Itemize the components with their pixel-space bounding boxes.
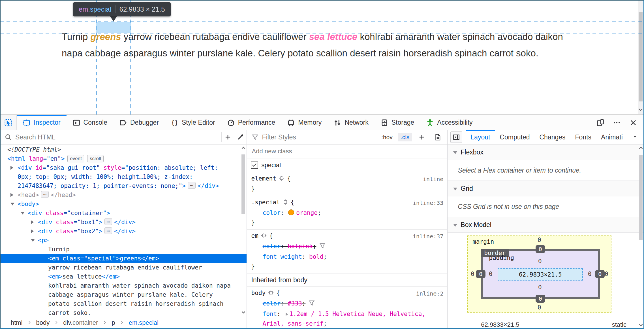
margin-bottom-value[interactable]: 0: [538, 304, 541, 311]
sidebar-scrollbar-thumb[interactable]: [639, 155, 643, 240]
markup-row[interactable]: <div id="saka-gui-root" style="position:…: [0, 163, 247, 190]
property-value[interactable]: hotpink: [288, 243, 313, 250]
markup-row[interactable]: kohlrabi amaranth water spinach avocado …: [0, 281, 247, 316]
collapse-twisty-icon[interactable]: [10, 203, 14, 205]
margin-top-value[interactable]: 0: [538, 237, 541, 243]
markup-scrollbar-thumb[interactable]: [241, 154, 245, 214]
page-scrollbar[interactable]: [638, 0, 643, 114]
scroll-up-icon[interactable]: [240, 145, 247, 151]
expand-twisty-icon[interactable]: [31, 220, 34, 224]
padding-right-value[interactable]: 0: [588, 271, 592, 277]
rule-source-link[interactable]: inline:37: [413, 232, 443, 241]
rule-source-link[interactable]: inline:33: [413, 198, 443, 208]
markup-row[interactable]: <!DOCTYPE html>: [0, 145, 247, 154]
border-right-value[interactable]: 0: [595, 270, 605, 278]
sidebar-tab-fonts[interactable]: Fonts: [570, 130, 596, 144]
markup-row[interactable]: Turnip: [0, 245, 247, 254]
declaration-font-weight[interactable]: font-weight: bold;: [251, 252, 444, 262]
margin-right-value[interactable]: 0: [605, 271, 608, 277]
property-value[interactable]: orange: [296, 209, 318, 216]
property-name[interactable]: color: [263, 243, 281, 250]
markup-row[interactable]: <em>sea lettuce</em>: [0, 272, 247, 281]
markup-row[interactable]: <body>: [0, 199, 247, 209]
create-node-button[interactable]: [222, 131, 234, 143]
markup-row-selected[interactable]: <em class="special">greens</em>: [0, 254, 247, 263]
content-box[interactable]: 62.9833×21.5: [498, 268, 583, 281]
node-picker-button[interactable]: [0, 115, 17, 130]
event-badge[interactable]: scroll: [87, 155, 104, 162]
property-name[interactable]: color: [263, 300, 281, 307]
filter-styles-input[interactable]: Filter Styles: [262, 133, 296, 141]
property-value[interactable]: #333: [288, 300, 302, 307]
overridden-filter-icon[interactable]: [319, 244, 326, 251]
expand-twisty-icon[interactable]: [10, 166, 13, 170]
tab-memory[interactable]: Memory: [281, 115, 328, 130]
margin-left-value[interactable]: 0: [471, 271, 474, 277]
rule-selector[interactable]: em: [251, 232, 258, 239]
eyedropper-button[interactable]: [234, 131, 247, 143]
expand-twisty-icon[interactable]: [31, 229, 34, 233]
sidebar-scrollbar[interactable]: [638, 145, 643, 328]
expand-sidebar-button[interactable]: [450, 131, 462, 143]
rule-selector[interactable]: element: [251, 175, 277, 182]
declaration-font[interactable]: font: 1.2em / 1.5 Helvetica Neue, Helvet…: [251, 309, 444, 328]
scroll-down-icon[interactable]: [638, 322, 644, 328]
ellipsis-marker[interactable]: ⋯: [104, 218, 112, 225]
rule-source-link[interactable]: inline: [423, 174, 443, 184]
expand-twisty-icon[interactable]: [10, 193, 13, 197]
collapse-twisty-icon[interactable]: [21, 212, 25, 215]
box-model-diagram[interactable]: margin 0 0 0 0 border 0 0 0 0 padding 0: [467, 235, 611, 313]
rule-source-link[interactable]: inline:2: [416, 289, 443, 298]
padding-left-value[interactable]: 0: [489, 271, 493, 277]
close-button[interactable]: [627, 116, 639, 129]
markup-row[interactable]: <div class="box2">⋯</div>: [0, 227, 247, 236]
print-media-button[interactable]: [431, 131, 444, 143]
css-rule-special[interactable]: .special{inline:33color: orange;}: [247, 196, 448, 230]
responsive-design-mode-button[interactable]: [594, 116, 607, 129]
highlight-matches-icon[interactable]: [282, 200, 288, 207]
scroll-up-icon[interactable]: [638, 145, 644, 151]
sidebar-tab-computed[interactable]: Computed: [495, 130, 534, 144]
markup-row[interactable]: yarrow ricebean rutabaga endive cauliflo…: [0, 263, 247, 272]
all-tabs-dropdown[interactable]: [632, 134, 644, 141]
tab-debugger[interactable]: Debugger: [113, 115, 165, 130]
tab-performance[interactable]: Performance: [221, 115, 281, 130]
markup-row[interactable]: <div class="container">: [0, 209, 247, 218]
css-rule-em[interactable]: em{inline:37color: hotpink;font-weight: …: [247, 230, 448, 273]
expand-value-icon[interactable]: [286, 313, 288, 316]
padding-top-value[interactable]: 0: [538, 258, 542, 265]
markup-row[interactable]: <p>: [0, 236, 247, 245]
add-rule-button[interactable]: [416, 131, 428, 143]
section-header-grid[interactable]: Grid: [448, 181, 644, 196]
property-value[interactable]: bold: [309, 253, 324, 260]
highlight-matches-icon[interactable]: [279, 176, 285, 183]
add-new-class-input[interactable]: Add new class: [247, 145, 448, 158]
section-header-flexbox[interactable]: Flexbox: [448, 145, 644, 160]
highlight-matches-icon[interactable]: [268, 290, 274, 297]
tab-console[interactable]: Console: [67, 115, 113, 130]
property-name[interactable]: font: [263, 311, 277, 317]
declaration-color[interactable]: color: hotpink;: [251, 241, 444, 252]
section-header-box-model[interactable]: Box Model: [448, 217, 644, 233]
ellipsis-marker[interactable]: ⋯: [41, 191, 49, 198]
event-badge[interactable]: event: [67, 155, 84, 162]
breadcrumb-item-html[interactable]: html: [11, 319, 23, 326]
collapse-twisty-icon[interactable]: [31, 239, 35, 242]
tab-storage[interactable]: Storage: [375, 115, 420, 130]
breadcrumb-item-body[interactable]: body: [36, 319, 50, 326]
class-panel-button[interactable]: .cls: [398, 133, 412, 141]
class-checkbox[interactable]: [251, 162, 258, 169]
tab-network[interactable]: Network: [328, 115, 374, 130]
scroll-down-icon[interactable]: [240, 309, 247, 315]
menu-button[interactable]: [611, 116, 623, 129]
border-top-value[interactable]: 0: [536, 245, 545, 253]
sidebar-tab-layout[interactable]: Layout: [466, 130, 495, 144]
tab-style-editor[interactable]: {}Style Editor: [165, 115, 221, 130]
tab-inspector[interactable]: Inspector: [17, 115, 67, 130]
breadcrumb-item-p[interactable]: p: [112, 319, 115, 326]
scroll-down-icon[interactable]: [637, 107, 644, 113]
border-bottom-value[interactable]: 0: [536, 295, 545, 303]
declaration-color[interactable]: color: orange;: [251, 208, 444, 218]
border-left-value[interactable]: 0: [476, 270, 485, 278]
color-swatch[interactable]: [288, 209, 294, 215]
